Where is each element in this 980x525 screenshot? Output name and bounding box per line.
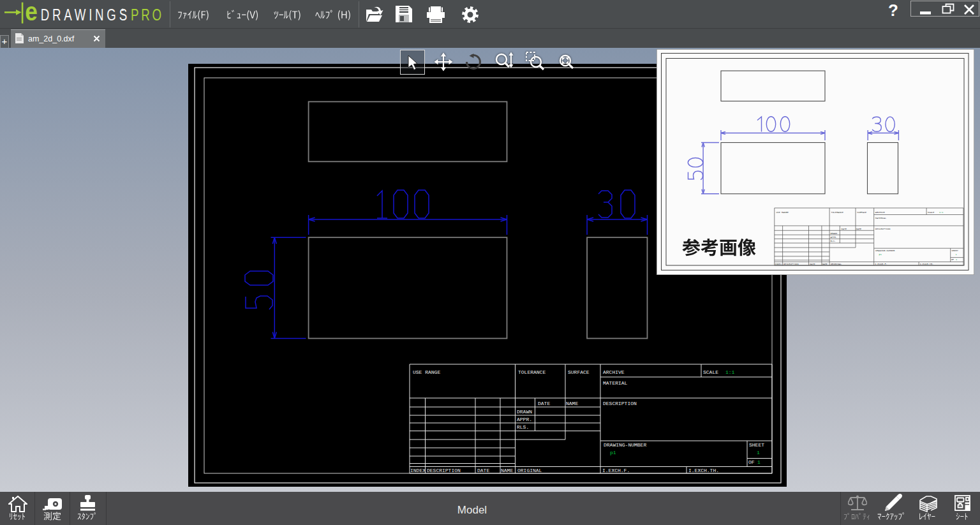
svg-text:p1: p1: [879, 253, 882, 256]
svg-text:RLS.: RLS.: [830, 240, 836, 242]
svg-text:1: 1: [956, 258, 957, 261]
svg-text:INDEX: INDEX: [410, 468, 426, 473]
svg-text:DRAWN: DRAWN: [517, 409, 532, 415]
svg-text:1: 1: [757, 459, 761, 465]
svg-text:MATERIAL: MATERIAL: [603, 380, 628, 386]
svg-text:NAME: NAME: [856, 228, 862, 230]
svg-text:OF: OF: [748, 459, 755, 465]
svg-text:DRAWINGS: DRAWINGS: [41, 6, 130, 24]
svg-text:SHEET: SHEET: [749, 442, 764, 448]
svg-text:DATE: DATE: [538, 401, 550, 406]
svg-text:OF: OF: [951, 258, 954, 261]
svg-text:PRO: PRO: [131, 6, 164, 24]
svg-text:USE RANGE: USE RANGE: [776, 211, 788, 214]
svg-text:NAME: NAME: [501, 468, 513, 473]
svg-text:MATERIAL: MATERIAL: [875, 217, 886, 219]
svg-text:APPR.: APPR.: [517, 417, 532, 422]
svg-text:TOLERANCE: TOLERANCE: [518, 369, 546, 375]
svg-text:DESCRIPTION: DESCRIPTION: [427, 468, 461, 473]
svg-text:1:1: 1:1: [725, 369, 735, 375]
svg-text:I.EXCH.TH.: I.EXCH.TH.: [688, 468, 719, 473]
svg-text:DESCRIPTION: DESCRIPTION: [783, 263, 799, 265]
svg-text:DATE: DATE: [477, 468, 489, 473]
svg-text:DESCRIPTION: DESCRIPTION: [603, 401, 637, 406]
svg-text:APPR.: APPR.: [830, 236, 837, 239]
svg-text:1: 1: [956, 253, 957, 256]
svg-text:1: 1: [757, 450, 760, 455]
svg-text:DESCRIPTION: DESCRIPTION: [875, 228, 891, 230]
svg-text:1:1: 1:1: [939, 211, 943, 214]
svg-text:ARCHIVE: ARCHIVE: [603, 369, 625, 375]
svg-text:SHEET: SHEET: [951, 249, 959, 252]
svg-text:DRAWING-NUMBER: DRAWING-NUMBER: [604, 442, 646, 448]
svg-text:USE RANGE: USE RANGE: [413, 369, 440, 375]
svg-text:DATE: DATE: [810, 263, 815, 265]
svg-text:SCALE: SCALE: [703, 369, 718, 375]
svg-text:I.EXCH.F.: I.EXCH.F.: [875, 263, 887, 265]
svg-text:ORIGINAL: ORIGINAL: [831, 263, 842, 265]
svg-text:NAME: NAME: [566, 401, 578, 406]
svg-text:SURFACE: SURFACE: [568, 369, 590, 375]
svg-text:DATE: DATE: [842, 228, 847, 230]
svg-text:I.EXCH.TH.: I.EXCH.TH.: [920, 263, 934, 265]
svg-text:ORIGINAL: ORIGINAL: [517, 468, 542, 473]
svg-text:e: e: [25, 0, 38, 26]
svg-text:p1: p1: [610, 450, 616, 455]
svg-text:SURFACE: SURFACE: [857, 211, 866, 214]
svg-text:TOLERANCE: TOLERANCE: [831, 211, 843, 214]
svg-text:SCALE: SCALE: [928, 211, 935, 214]
svg-text:DRAWN: DRAWN: [830, 232, 837, 235]
svg-text:INDEX: INDEX: [775, 263, 782, 265]
svg-text:NAME: NAME: [822, 263, 828, 265]
svg-text:RLS.: RLS.: [517, 424, 529, 430]
svg-text:ARCHIVE: ARCHIVE: [875, 211, 885, 214]
svg-text:DRAWING-NUMBER: DRAWING-NUMBER: [875, 249, 895, 252]
svg-text:I.EXCH.F.: I.EXCH.F.: [602, 468, 630, 473]
